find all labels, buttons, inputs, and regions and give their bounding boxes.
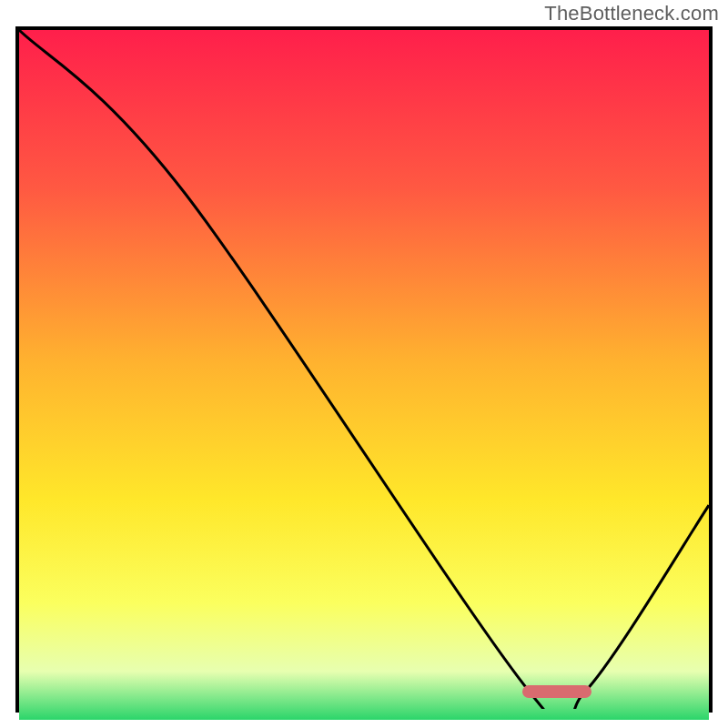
watermark-text: TheBottleneck.com [544,2,719,25]
chart-frame: TheBottleneck.com [0,0,728,728]
curve-path [19,30,709,709]
plot-area [15,26,713,713]
target-range-marker [522,685,592,698]
bottleneck-curve [19,30,709,709]
